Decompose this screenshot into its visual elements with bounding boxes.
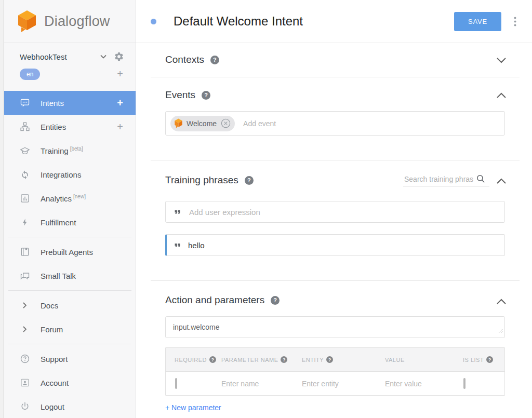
sidebar-item-label: Entities — [41, 123, 66, 131]
main-panel: Default Welcome Intent SAVE Contexts ? — [136, 0, 532, 418]
events-input-box[interactable]: Welcome — [165, 111, 505, 136]
training-icon — [20, 145, 30, 156]
dialogflow-app: Dialogflow WebhookTest en + Intents + — [0, 0, 532, 418]
sidebar-item-account[interactable]: Account — [4, 371, 136, 395]
gear-icon[interactable] — [114, 51, 124, 62]
sidebar-item-small-talk[interactable]: Small Talk — [4, 264, 136, 288]
search-icon[interactable] — [476, 174, 486, 184]
training-phrase-text: hello — [188, 241, 205, 250]
small-talk-icon — [20, 271, 30, 281]
column-header-required: REQUIRED? — [166, 356, 212, 363]
parameter-row — [166, 372, 504, 395]
add-expression-box[interactable] — [165, 201, 505, 223]
quote-icon — [173, 241, 182, 250]
value-input[interactable] — [376, 379, 448, 388]
column-header-value: VALUE — [376, 357, 454, 363]
language-chip[interactable]: en — [20, 69, 40, 80]
event-chip: Welcome — [170, 116, 235, 131]
sidebar-item-label: Docs — [41, 301, 58, 310]
intent-content: Contexts ? Events ? — [136, 43, 532, 412]
add-event-input[interactable] — [242, 119, 498, 128]
chevron-up-icon[interactable] — [496, 178, 507, 184]
sidebar-item-label: Training[beta] — [41, 146, 83, 155]
page-title: Default Welcome Intent — [174, 14, 303, 29]
event-chip-icon — [174, 118, 183, 128]
add-language-button[interactable]: + — [117, 68, 123, 80]
sidebar-item-label: Forum — [41, 325, 63, 334]
save-button[interactable]: SAVE — [454, 12, 501, 31]
integrations-icon — [20, 169, 30, 180]
help-icon[interactable]: ? — [281, 356, 287, 363]
account-icon — [20, 377, 30, 388]
sidebar-item-prebuilt-agents[interactable]: Prebuilt Agents — [4, 240, 136, 264]
training-phrase-row[interactable]: hello — [165, 234, 505, 256]
agent-dropdown-caret-icon[interactable] — [100, 55, 107, 59]
sidebar-item-label: Fulfillment — [41, 218, 76, 227]
help-icon[interactable]: ? — [245, 176, 254, 185]
new-badge: [new] — [73, 194, 86, 199]
action-parameters-section: Action and parameters ? input.welcome RE… — [151, 281, 520, 412]
remove-chip-icon[interactable] — [221, 118, 231, 128]
event-chip-label: Welcome — [187, 119, 217, 128]
agent-selector[interactable]: WebhookTest — [20, 51, 124, 62]
sidebar-item-integrations[interactable]: Integrations — [4, 163, 136, 186]
help-icon[interactable]: ? — [271, 296, 280, 305]
chevron-down-icon[interactable] — [496, 57, 507, 63]
entity-input[interactable] — [293, 379, 369, 388]
sidebar-menu: Intents + Entities + Training[beta] — [4, 91, 136, 418]
help-icon[interactable]: ? — [486, 356, 493, 363]
sidebar-item-label: Support — [41, 355, 68, 363]
sidebar-item-label: Logout — [41, 402, 64, 411]
sidebar-item-entities[interactable]: Entities + — [4, 115, 136, 139]
kebab-menu-icon[interactable] — [514, 17, 516, 26]
contexts-title: Contexts — [165, 54, 204, 65]
action-parameters-title: Action and parameters — [165, 294, 264, 306]
add-user-expression-input[interactable] — [188, 207, 497, 217]
sidebar-item-docs[interactable]: Docs — [4, 293, 136, 317]
intent-status-dot — [151, 19, 156, 24]
intents-icon — [20, 98, 30, 108]
language-row: en + — [20, 68, 123, 80]
action-input[interactable]: input.welcome — [165, 316, 505, 338]
sidebar-item-support[interactable]: Support — [4, 347, 136, 371]
sidebar-item-label: Prebuilt Agents — [41, 248, 93, 257]
desktop-edge — [0, 0, 4, 418]
entities-icon — [20, 122, 30, 132]
chevron-right-icon — [20, 324, 30, 334]
column-header-entity: ENTITY? — [293, 356, 376, 363]
sidebar-item-intents[interactable]: Intents + — [4, 91, 136, 115]
chevron-right-icon — [20, 300, 30, 311]
sidebar-item-label: Small Talk — [41, 272, 76, 280]
new-parameter-link[interactable]: + New parameter — [165, 403, 221, 412]
add-entity-button[interactable]: + — [117, 121, 123, 133]
help-icon[interactable]: ? — [210, 56, 219, 64]
add-intent-button[interactable]: + — [117, 97, 123, 109]
chevron-up-icon[interactable] — [496, 299, 507, 305]
required-checkbox[interactable] — [175, 378, 177, 389]
prebuilt-agents-icon — [20, 247, 30, 257]
sidebar-item-analytics[interactable]: Analytics[new] — [4, 186, 136, 210]
resize-handle-icon[interactable] — [498, 326, 503, 335]
is-list-checkbox[interactable] — [463, 378, 466, 389]
help-icon[interactable]: ? — [326, 356, 333, 363]
events-title: Events — [165, 89, 195, 101]
column-header-parameter-name: PARAMETER NAME? — [212, 356, 293, 363]
training-phrases-section: Training phrases ? — [151, 160, 520, 280]
search-input[interactable] — [403, 174, 476, 184]
column-header-is-list: IS LIST? — [454, 356, 504, 363]
sidebar-item-logout[interactable]: Logout — [4, 395, 136, 418]
parameter-name-input[interactable] — [212, 379, 287, 388]
sidebar-item-fulfillment[interactable]: Fulfillment — [4, 210, 136, 234]
sidebar-item-label: Account — [41, 379, 69, 387]
help-icon[interactable]: ? — [202, 91, 210, 100]
parameters-table-header: REQUIRED? PARAMETER NAME? ENTITY? VALUE … — [166, 348, 504, 372]
dialogflow-logo-icon — [17, 10, 37, 33]
sidebar-divider — [8, 344, 131, 344]
chevron-up-icon[interactable] — [496, 92, 507, 99]
support-icon — [20, 354, 30, 364]
app-title: Dialogflow — [44, 14, 110, 30]
sidebar-item-training[interactable]: Training[beta] — [4, 139, 136, 163]
fulfillment-icon — [20, 217, 30, 227]
training-search — [403, 174, 489, 186]
sidebar-item-forum[interactable]: Forum — [4, 317, 136, 341]
